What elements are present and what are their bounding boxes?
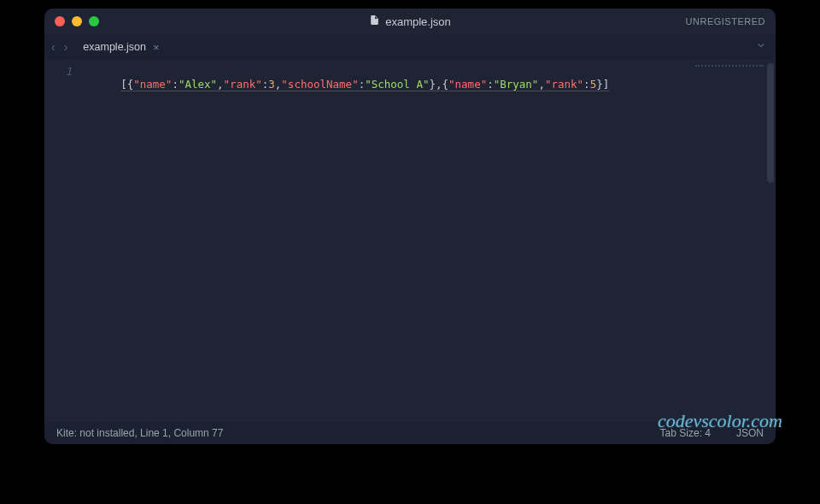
tab-bar: ‹ › example.json × — [44, 34, 776, 60]
close-window-button[interactable] — [55, 16, 65, 26]
code-content[interactable]: [{"name":"Alex","rank":3,"schoolName":"S… — [82, 60, 609, 422]
minimap[interactable] — [695, 63, 764, 67]
watermark-text: codevscolor.com — [658, 410, 782, 432]
line-gutter: 1 — [44, 60, 82, 422]
close-tab-icon[interactable]: × — [153, 41, 160, 54]
registration-status: UNREGISTERED — [686, 16, 765, 26]
vertical-scrollbar[interactable] — [767, 63, 774, 183]
tab-nav: ‹ › — [51, 40, 67, 54]
tab-label: example.json — [83, 41, 146, 53]
file-icon — [369, 15, 380, 28]
tab-example-json[interactable]: example.json × — [74, 34, 167, 60]
nav-forward-icon[interactable]: › — [64, 40, 68, 54]
window-title-text: example.json — [385, 15, 451, 28]
maximize-window-button[interactable] — [89, 16, 99, 26]
titlebar: example.json UNREGISTERED — [44, 9, 776, 34]
window-controls — [55, 16, 99, 26]
line-number: 1 — [44, 65, 72, 78]
nav-back-icon[interactable]: ‹ — [51, 40, 56, 54]
editor-area[interactable]: 1 [{"name":"Alex","rank":3,"schoolName":… — [44, 60, 776, 422]
tab-overflow-icon[interactable] — [755, 39, 767, 55]
status-left: Kite: not installed, Line 1, Column 77 — [56, 427, 660, 439]
window-title: example.json — [44, 15, 776, 28]
minimize-window-button[interactable] — [72, 16, 82, 26]
editor-window: example.json UNREGISTERED ‹ › example.js… — [44, 9, 776, 444]
